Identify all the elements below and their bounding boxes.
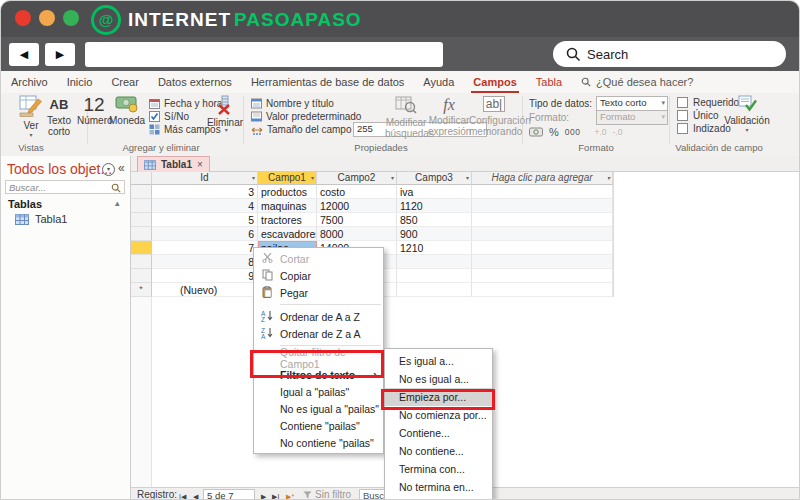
submenu-item-no-es-igual-a[interactable]: No es igual a...: [385, 370, 492, 388]
shutter-bar-collapse-icon[interactable]: «: [118, 161, 125, 175]
menu-item-no-contiene[interactable]: No contiene "pailas": [254, 434, 383, 451]
cell-id[interactable]: 7: [152, 241, 258, 255]
cell-campo1[interactable]: escavadores: [258, 227, 317, 241]
unico-checkbox[interactable]: Único: [677, 110, 719, 121]
close-tab-icon[interactable]: ×: [197, 159, 203, 170]
menu-item-ordenar-za[interactable]: ZA Ordenar de Z a A: [254, 325, 383, 342]
address-bar[interactable]: [85, 42, 443, 67]
cell-add[interactable]: [472, 185, 613, 199]
record-selector[interactable]: [131, 213, 152, 227]
cell-add[interactable]: [472, 213, 613, 227]
cell-id[interactable]: 4: [152, 199, 258, 213]
select-all-header[interactable]: [131, 172, 152, 185]
formato-moneda-icon[interactable]: [529, 127, 543, 137]
percent-icon[interactable]: %: [549, 126, 559, 138]
eliminar-button[interactable]: Eliminar: [206, 95, 244, 128]
nav-item-tabla1[interactable]: Tabla1: [15, 213, 67, 225]
cell-add[interactable]: [472, 255, 613, 269]
cell-add[interactable]: [472, 269, 613, 283]
cell-campo3[interactable]: [397, 269, 472, 283]
cell-id[interactable]: 3: [152, 185, 258, 199]
cell-id[interactable]: 9: [152, 269, 258, 283]
document-tab-tabla1[interactable]: Tabla1 ×: [137, 156, 210, 172]
cell-add[interactable]: [472, 241, 613, 255]
tab-ayuda[interactable]: Ayuda: [423, 76, 454, 88]
tab-tabla[interactable]: Tabla: [536, 76, 562, 88]
new-record-button[interactable]: ▶*: [286, 491, 294, 500]
tab-archivo[interactable]: Archivo: [11, 76, 48, 88]
back-button[interactable]: ◀: [9, 43, 39, 66]
tab-datos-externos[interactable]: Datos externos: [158, 76, 232, 88]
cell-campo3[interactable]: 1120: [397, 199, 472, 213]
cell-campo1[interactable]: productos: [258, 185, 317, 199]
forward-button[interactable]: ▶: [45, 43, 75, 66]
record-selector-current[interactable]: [131, 241, 152, 255]
column-header-campo2[interactable]: Campo2▾: [317, 172, 397, 185]
tab-inicio[interactable]: Inicio: [67, 76, 93, 88]
minimize-dot[interactable]: [39, 10, 55, 26]
cell-add[interactable]: [472, 227, 613, 241]
texto-corto-button[interactable]: AB Texto corto: [41, 95, 77, 137]
next-record-button[interactable]: ▶: [261, 491, 266, 500]
nav-search-icon[interactable]: [111, 183, 121, 193]
menu-item-cortar[interactable]: Cortar: [254, 250, 383, 267]
cell-campo3[interactable]: 1210: [397, 241, 472, 255]
cell-campo3[interactable]: [397, 255, 472, 269]
tell-me-box[interactable]: ¿Qué desea hacer?: [581, 76, 693, 88]
submenu-item-no-termina-en[interactable]: No termina en...: [385, 478, 492, 496]
new-record-selector[interactable]: *: [131, 283, 152, 297]
tab-herramientas[interactable]: Herramientas de base de datos: [251, 76, 404, 88]
cell-campo2[interactable]: 8000: [317, 227, 397, 241]
cell-id[interactable]: 6: [152, 227, 258, 241]
submenu-item-no-contiene[interactable]: No contiene...: [385, 442, 492, 460]
decimal-increase-icon[interactable]: +.0: [594, 127, 606, 137]
cell-add[interactable]: [472, 199, 613, 213]
column-header-campo3[interactable]: Campo3▾: [397, 172, 472, 185]
filter-dropdown-icon[interactable]: ▾: [252, 175, 255, 181]
cell-campo2[interactable]: 7500: [317, 213, 397, 227]
filter-dropdown-icon[interactable]: ▾: [466, 175, 469, 181]
column-header-add[interactable]: Haga clic para agregar▾: [472, 172, 613, 185]
filter-dropdown-icon[interactable]: ▾: [607, 175, 610, 181]
submenu-item-contiene[interactable]: Contiene...: [385, 424, 492, 442]
sin-filtro-label[interactable]: Sin filtro: [315, 489, 351, 500]
thousands-icon[interactable]: 000: [565, 127, 581, 137]
nav-pane-menu-icon[interactable]: ▾: [102, 163, 115, 176]
nav-group-collapse-icon[interactable]: ▴: [115, 198, 120, 208]
cell-campo1[interactable]: maquinas: [258, 199, 317, 213]
cell-campo2[interactable]: costo: [317, 185, 397, 199]
previous-record-button[interactable]: ◀: [193, 491, 198, 500]
cell-campo3[interactable]: 900: [397, 227, 472, 241]
validacion-button[interactable]: Validación ▾: [723, 95, 771, 133]
menu-item-pegar[interactable]: Pegar: [254, 284, 383, 301]
menu-item-igual-a[interactable]: Igual a "pailas": [254, 383, 383, 400]
first-record-button[interactable]: I◀: [179, 491, 186, 500]
decimal-decrease-icon[interactable]: -.0: [613, 127, 623, 137]
numero-button[interactable]: 12 Número: [77, 95, 111, 126]
valor-predeterminado-button[interactable]: Valor predeterminado: [251, 111, 361, 122]
submenu-item-empieza-por[interactable]: Empieza por...: [385, 388, 492, 406]
record-selector[interactable]: [131, 269, 152, 283]
column-header-campo1[interactable]: Campo1▾: [258, 172, 317, 185]
filter-dropdown-icon[interactable]: ▾: [311, 175, 314, 181]
nav-search-box[interactable]: Buscar...: [5, 180, 125, 194]
modificar-busquedas-button[interactable]: Modificar búsquedas: [385, 95, 427, 139]
tab-crear[interactable]: Crear: [111, 76, 139, 88]
tamano-campo-button[interactable]: Tamaño del campo: [251, 124, 352, 135]
record-position-box[interactable]: 5 de 7: [203, 489, 255, 500]
menu-item-quitar-filtro[interactable]: Quitar filtro de Campo1: [254, 349, 383, 366]
cell-add[interactable]: [472, 283, 613, 297]
close-dot[interactable]: [15, 10, 31, 26]
sino-button[interactable]: Sí/No: [149, 111, 189, 122]
browser-search[interactable]: Search: [553, 41, 786, 67]
menu-item-copiar[interactable]: Copiar: [254, 267, 383, 284]
tab-campos[interactable]: Campos: [473, 76, 516, 88]
menu-item-contiene[interactable]: Contiene "pailas": [254, 417, 383, 434]
cell-campo3[interactable]: iva: [397, 185, 472, 199]
column-header-id[interactable]: Id▾: [152, 172, 258, 185]
record-selector[interactable]: [131, 199, 152, 213]
filter-dropdown-icon[interactable]: ▾: [391, 175, 394, 181]
cell-id[interactable]: 5: [152, 213, 258, 227]
modificar-expresion-button[interactable]: fx Modificar expresión: [428, 95, 470, 137]
cell-campo3[interactable]: [397, 283, 472, 297]
